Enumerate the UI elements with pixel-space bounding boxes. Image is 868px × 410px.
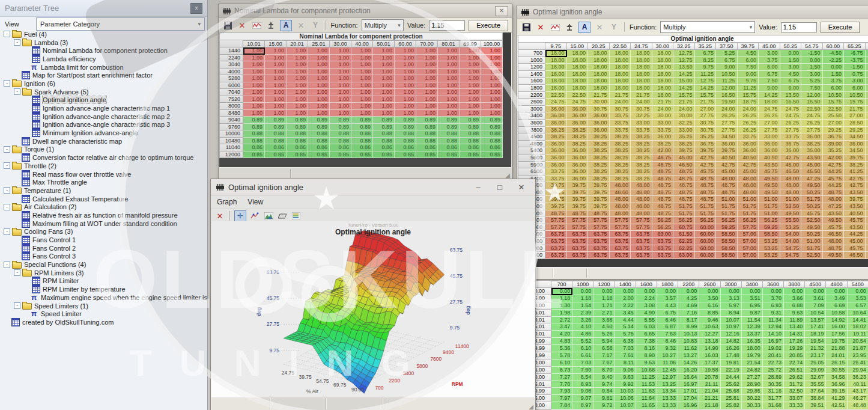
map-cell[interactable]: 46.50 bbox=[801, 168, 823, 176]
map-cell[interactable]: 0.86 bbox=[243, 144, 265, 151]
map-cell[interactable]: 48.75 bbox=[652, 168, 674, 176]
map-cell[interactable]: 9.00 bbox=[780, 85, 802, 92]
map-cell[interactable]: 63.00 bbox=[673, 252, 695, 259]
map-cell[interactable]: 1.00 bbox=[460, 110, 481, 117]
map-cell[interactable]: 1.00 bbox=[265, 110, 287, 117]
map-cell[interactable]: 17.37 bbox=[699, 360, 720, 367]
map-cell[interactable]: 1.00 bbox=[373, 110, 395, 117]
map-cell[interactable]: 1.00 bbox=[351, 69, 373, 76]
map-cell[interactable]: 13.50 bbox=[673, 64, 695, 71]
map-cell[interactable]: 6.75 bbox=[780, 78, 802, 85]
map-cell[interactable]: 1.00 bbox=[416, 47, 438, 55]
map-cell[interactable]: 1.00 bbox=[373, 75, 395, 82]
map-cell[interactable]: 63.00 bbox=[652, 231, 674, 238]
map-cell[interactable]: 57.00 bbox=[738, 238, 759, 245]
map-cell[interactable]: 10.07 bbox=[615, 402, 636, 409]
map-cell[interactable]: 36.00 bbox=[801, 147, 823, 155]
map-cell[interactable]: 38.25 bbox=[588, 141, 610, 148]
map-cell[interactable]: 9.06 bbox=[615, 367, 636, 374]
map-cell[interactable]: 13.27 bbox=[678, 352, 699, 360]
map-cell[interactable]: 48.00 bbox=[631, 203, 652, 210]
tree-item[interactable]: -Throttle (2) bbox=[0, 162, 207, 170]
map-cell[interactable]: 45.75 bbox=[759, 168, 780, 176]
map-cell[interactable]: 21.88 bbox=[826, 345, 847, 352]
map-cell[interactable]: 38.25 bbox=[610, 168, 631, 176]
map-cell[interactable]: 0.89 bbox=[373, 117, 395, 124]
map-cell[interactable]: 38.25 bbox=[631, 176, 652, 183]
map-cell[interactable]: 0.88 bbox=[330, 130, 351, 138]
map-cell[interactable]: 27.75 bbox=[780, 127, 802, 134]
map-cell[interactable]: 51.75 bbox=[673, 203, 695, 210]
map-cell[interactable]: 43.50 bbox=[801, 155, 823, 162]
map-cell[interactable]: 1.00 bbox=[373, 96, 395, 103]
map-cell[interactable]: 41.25 bbox=[844, 168, 866, 176]
map-cell[interactable]: 12.94 bbox=[763, 323, 784, 331]
map-cell[interactable]: 51.75 bbox=[759, 203, 780, 210]
map-cell[interactable]: 0.86 bbox=[265, 144, 287, 151]
map-cell[interactable]: 11.54 bbox=[742, 317, 763, 324]
map-cell[interactable]: 45.75 bbox=[866, 217, 868, 224]
map-cell[interactable]: 1.00 bbox=[243, 89, 265, 96]
map-cell[interactable]: 8.16 bbox=[636, 345, 657, 352]
map-cell[interactable]: 18.00 bbox=[652, 78, 674, 85]
map-cell[interactable]: 13.18 bbox=[699, 338, 720, 345]
map-cell[interactable]: 44.25 bbox=[823, 182, 845, 189]
map-cell[interactable]: 63.75 bbox=[610, 231, 631, 238]
map-cell[interactable]: 30.75 bbox=[695, 127, 717, 134]
map-cell[interactable]: 60.00 bbox=[695, 238, 717, 245]
map-cell[interactable]: 0.89 bbox=[395, 124, 416, 131]
map-cell[interactable]: 1.00 bbox=[481, 61, 503, 69]
map-cell[interactable]: 0.88 bbox=[460, 130, 481, 138]
map-cell[interactable]: 57.75 bbox=[631, 217, 652, 224]
tree-item[interactable]: Map for Start/post start enrichment fact… bbox=[0, 71, 207, 79]
map-cell[interactable]: 1.00 bbox=[243, 82, 265, 90]
map-cell[interactable]: 39.75 bbox=[866, 155, 868, 162]
graph-plot-area[interactable]: 9.7527.7545.7563.759.7527.7545.7563.75de… bbox=[211, 221, 535, 397]
map-cell[interactable]: 18.00 bbox=[545, 50, 567, 57]
map-cell[interactable]: 0.89 bbox=[243, 117, 265, 124]
map-cell[interactable]: 48.00 bbox=[610, 182, 631, 189]
map-cell[interactable]: 13.37 bbox=[742, 331, 763, 338]
tree-item[interactable]: Fans Control 2 bbox=[0, 244, 207, 252]
map-cell[interactable]: 26.25 bbox=[738, 120, 759, 127]
map-cell[interactable]: 7.03 bbox=[572, 360, 593, 367]
map-cell[interactable]: 18.00 bbox=[588, 71, 610, 78]
map-cell[interactable]: 9.40 bbox=[593, 374, 615, 381]
map-cell[interactable]: 42.75 bbox=[844, 182, 866, 189]
map-cell[interactable]: 12.27 bbox=[699, 331, 720, 338]
map-cell[interactable]: 1.00 bbox=[351, 47, 373, 55]
map-cell[interactable]: 18.00 bbox=[759, 99, 780, 106]
map-cell[interactable]: 0.00 bbox=[657, 288, 678, 295]
map-cell[interactable]: 36.00 bbox=[567, 120, 589, 127]
map-cell[interactable]: 24.75 bbox=[780, 112, 802, 120]
map-cell[interactable]: 0.88 bbox=[416, 138, 438, 145]
map-cell[interactable]: 38.25 bbox=[588, 155, 610, 162]
map-cell[interactable]: 57.00 bbox=[738, 245, 759, 252]
map-cell[interactable]: 1.00 bbox=[330, 82, 351, 90]
map-cell[interactable]: 0.89 bbox=[265, 124, 287, 131]
map-cell[interactable]: 25.05 bbox=[805, 360, 826, 367]
map-cell[interactable]: 1.00 bbox=[395, 55, 416, 62]
map-cell[interactable]: 63.75 bbox=[545, 252, 567, 259]
tree-item[interactable]: Relative fresh air as function of manifo… bbox=[0, 211, 207, 219]
map-cell[interactable]: 26.25 bbox=[738, 112, 759, 120]
map-cell[interactable]: 3.51 bbox=[742, 295, 763, 302]
map-cell[interactable]: 12.00 bbox=[716, 85, 738, 92]
map-cell[interactable]: 14.26 bbox=[678, 360, 699, 367]
map-cell[interactable]: 14.31 bbox=[784, 331, 805, 338]
map-cell[interactable]: 39.75 bbox=[673, 147, 695, 155]
map-cell[interactable]: 13.40 bbox=[784, 323, 805, 331]
map-cell[interactable]: 48.00 bbox=[738, 189, 759, 197]
map-cell[interactable]: 18.00 bbox=[610, 71, 631, 78]
map-cell[interactable]: 21.75 bbox=[673, 99, 695, 106]
map-cell[interactable]: 51.00 bbox=[738, 196, 759, 203]
map-cell[interactable]: 1.71 bbox=[593, 302, 615, 310]
map-cell[interactable]: 5.14 bbox=[615, 323, 636, 331]
map-cell[interactable]: 9.87 bbox=[742, 310, 763, 317]
map-cell[interactable]: 42.75 bbox=[738, 162, 759, 169]
map-cell[interactable]: 60.00 bbox=[695, 245, 717, 252]
map-cell[interactable]: 11.53 bbox=[636, 381, 657, 388]
map-cell[interactable]: 48.75 bbox=[588, 210, 610, 218]
map-cell[interactable]: 45.75 bbox=[844, 245, 866, 252]
map-cell[interactable]: 18.00 bbox=[545, 71, 567, 78]
